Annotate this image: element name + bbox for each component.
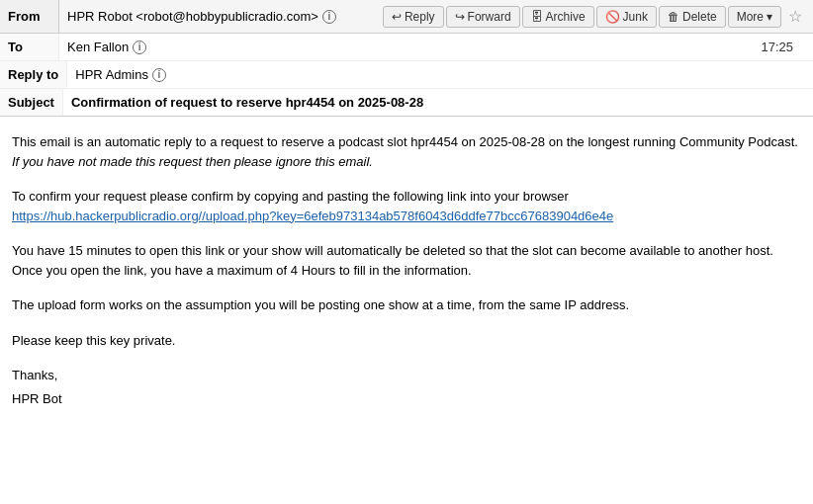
email-toolbar: ↩ Reply ↪ Forward 🗄 Archive 🚫 Junk 🗑 Del… (377, 0, 813, 33)
junk-icon: 🚫 (605, 10, 620, 24)
to-value-container: Ken Fallon i 17:25 (59, 34, 813, 60)
archive-button[interactable]: 🗄 Archive (522, 6, 594, 28)
star-button[interactable]: ☆ (783, 4, 807, 29)
body-para5: Please keep this key private. (12, 331, 801, 351)
forward-button[interactable]: ↪ Forward (446, 6, 520, 28)
email-replyto-row: Reply to HPR Admins i (0, 61, 813, 89)
archive-icon: 🗄 (531, 10, 543, 24)
email-time: 17:25 (761, 40, 805, 54)
reply-to-label: Reply to (0, 61, 67, 88)
more-chevron-icon: ▾ (767, 10, 772, 24)
email-header-from-row: From HPR Robot <robot@hobbypublicradio.c… (0, 0, 813, 34)
delete-button[interactable]: 🗑 Delete (659, 6, 726, 28)
from-email: HPR Robot <robot@hobbypublicradio.com> (67, 9, 318, 24)
reply-button[interactable]: ↩ Reply (383, 6, 444, 28)
junk-button[interactable]: 🚫 Junk (596, 6, 657, 28)
reply-label: Reply (405, 10, 435, 24)
more-label: More (737, 10, 764, 24)
reply-icon: ↩ (392, 10, 402, 24)
confirmation-link[interactable]: https://hub.hackerpublicradio.org//uploa… (12, 209, 613, 223)
reply-to-value: HPR Admins (75, 67, 148, 82)
body-thanks: Thanks, (12, 366, 801, 385)
delete-label: Delete (682, 10, 717, 24)
to-info-icon[interactable]: i (133, 41, 146, 54)
email-body: This email is an automatic reply to a re… (0, 117, 813, 440)
body-para4: The upload form works on the assumption … (12, 295, 801, 315)
body-para3: You have 15 minutes to open this link or… (12, 241, 801, 280)
body-para1: This email is an automatic reply to a re… (12, 132, 801, 171)
body-para2: To confirm your request please confirm b… (12, 187, 801, 225)
info-icon[interactable]: i (322, 10, 336, 24)
reply-to-info-icon[interactable]: i (152, 68, 166, 82)
to-value: Ken Fallon (67, 40, 129, 54)
reply-to-value-container: HPR Admins i (67, 61, 813, 88)
subject-label: Subject (0, 89, 63, 116)
more-button[interactable]: More ▾ (728, 6, 781, 28)
junk-label: Junk (623, 10, 648, 24)
email-subject-row: Subject Confirmation of request to reser… (0, 89, 813, 117)
forward-label: Forward (468, 10, 511, 24)
from-label: From (0, 0, 59, 33)
archive-label: Archive (546, 10, 586, 24)
delete-icon: 🗑 (668, 10, 679, 24)
subject-value: Confirmation of request to reserve hpr44… (63, 89, 813, 116)
forward-icon: ↪ (455, 10, 465, 24)
to-label: To (0, 34, 59, 60)
from-value: HPR Robot <robot@hobbypublicradio.com> i (59, 0, 377, 33)
body-para1-italic: If you have not made this request then p… (12, 154, 373, 169)
body-signature: HPR Bot (12, 389, 801, 409)
email-to-row: To Ken Fallon i 17:25 (0, 34, 813, 61)
